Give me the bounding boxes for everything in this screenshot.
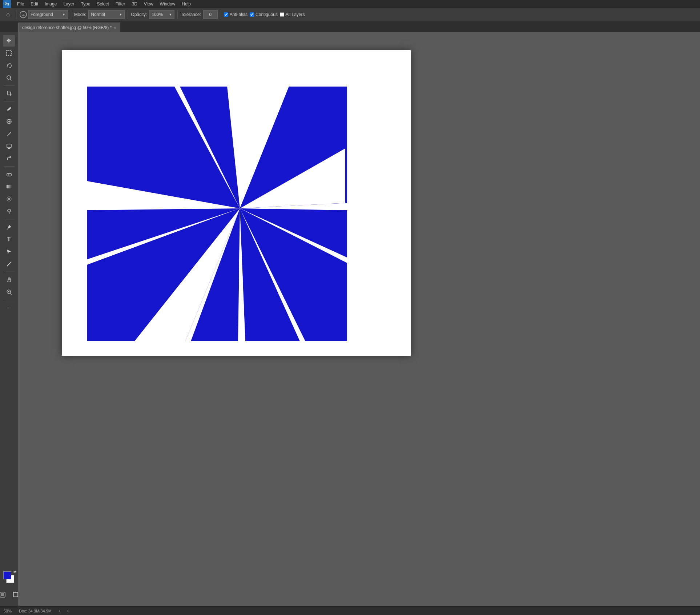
- line-icon: [6, 261, 12, 267]
- svg-point-8: [7, 135, 8, 136]
- document-tab[interactable]: design reference shatter.jpg @ 50% (RGB/…: [18, 23, 120, 32]
- svg-rect-1: [7, 51, 12, 56]
- contiguous-group: Contiguous: [250, 12, 278, 17]
- tab-close-button[interactable]: ×: [114, 25, 116, 30]
- toolbar-sep2: [71, 10, 71, 19]
- marquee-tool-button[interactable]: [3, 47, 15, 59]
- marquee-icon: [6, 50, 12, 56]
- mode-dropdown[interactable]: Normal ▼: [88, 10, 125, 19]
- svg-rect-13: [7, 185, 12, 188]
- mode-value: Normal: [91, 12, 105, 17]
- pen-icon: [6, 224, 12, 230]
- svg-rect-9: [7, 144, 11, 148]
- svg-line-3: [10, 79, 12, 80]
- quick-mask-button[interactable]: [0, 589, 8, 600]
- quick-mask-icon: [0, 591, 6, 598]
- quick-select-tool-button[interactable]: [3, 72, 15, 84]
- eyedropper-tool-button[interactable]: [3, 103, 15, 115]
- dodge-tool-button[interactable]: [3, 205, 15, 217]
- menu-layer[interactable]: Layer: [61, 1, 77, 7]
- tolerance-input[interactable]: [203, 10, 218, 19]
- zoom-tool-button[interactable]: [3, 286, 15, 298]
- main-area: ✥: [0, 32, 700, 606]
- menu-type[interactable]: Type: [78, 1, 93, 7]
- blur-tool-button[interactable]: [3, 193, 15, 205]
- path-select-button[interactable]: [3, 246, 15, 257]
- status-forward-arrow[interactable]: ›: [59, 609, 60, 613]
- svg-point-2: [7, 76, 11, 79]
- menu-help[interactable]: Help: [179, 1, 193, 7]
- brush-icon: [19, 11, 27, 19]
- tab-title: design reference shatter.jpg @ 50% (RGB/…: [22, 25, 112, 30]
- tool-sep2: [4, 101, 15, 101]
- menu-image[interactable]: Image: [42, 1, 59, 7]
- menu-window[interactable]: Window: [157, 1, 178, 7]
- anti-alias-label: Anti-alias: [230, 12, 248, 17]
- move-tool-button[interactable]: ✥: [3, 35, 15, 47]
- all-layers-label: All Layers: [286, 12, 305, 17]
- canvas-area[interactable]: [18, 32, 700, 606]
- type-tool-button[interactable]: T: [3, 233, 15, 245]
- toolbar-sep4: [177, 10, 178, 19]
- more-tools-icon: ···: [7, 306, 11, 310]
- lasso-tool-button[interactable]: [3, 60, 15, 71]
- more-tools-button[interactable]: ···: [3, 302, 15, 314]
- stamp-tool-button[interactable]: [3, 140, 15, 152]
- hand-tool-button[interactable]: [3, 274, 15, 285]
- crop-icon: [6, 90, 12, 97]
- shatter-artwork: [62, 50, 411, 356]
- status-bar: 50% Doc: 34.9M/34.9M › ‹: [0, 606, 700, 615]
- home-button[interactable]: ⌂: [3, 9, 13, 20]
- toolbar-sep3: [128, 10, 128, 19]
- menu-select[interactable]: Select: [94, 1, 111, 7]
- menu-filter[interactable]: Filter: [113, 1, 128, 7]
- foreground-dropdown-arrow: ▼: [62, 13, 65, 16]
- brush-preset-area[interactable]: Foreground ▼: [19, 10, 68, 19]
- gradient-tool-button[interactable]: [3, 181, 15, 192]
- left-toolbar: ✥: [0, 32, 18, 606]
- svg-line-21: [10, 293, 12, 295]
- eyedropper-icon: [6, 106, 12, 112]
- anti-alias-checkbox[interactable]: [224, 12, 228, 17]
- color-swatch-area: ⇄: [2, 570, 16, 588]
- options-toolbar: ⌂ Foreground ▼ Mode: Normal ▼ Opacity: 1…: [0, 8, 700, 21]
- svg-line-18: [7, 229, 8, 229]
- history-brush-button[interactable]: [3, 153, 15, 164]
- canvas-document: [62, 50, 411, 356]
- crop-tool-button[interactable]: [3, 88, 15, 99]
- ps-logo: Ps: [3, 0, 11, 8]
- pen-tool-button[interactable]: [3, 221, 15, 233]
- svg-rect-10: [8, 148, 10, 149]
- contiguous-checkbox[interactable]: [250, 12, 254, 17]
- all-layers-checkbox[interactable]: [280, 12, 284, 17]
- menu-bar: Ps File Edit Image Layer Type Select Fil…: [0, 0, 700, 8]
- all-layers-group: All Layers: [280, 12, 305, 17]
- tool-sep3: [4, 166, 15, 167]
- eraser-icon: [6, 171, 12, 177]
- opacity-dropdown[interactable]: 100% ▼: [149, 10, 174, 19]
- mode-dropdown-arrow: ▼: [119, 13, 122, 16]
- menu-view[interactable]: View: [141, 1, 156, 7]
- foreground-dropdown[interactable]: Foreground ▼: [28, 10, 68, 19]
- menu-3d[interactable]: 3D: [129, 1, 140, 7]
- menu-file[interactable]: File: [15, 1, 27, 7]
- line-tool-button[interactable]: [3, 258, 15, 270]
- foreground-color-swatch[interactable]: [3, 571, 11, 579]
- heal-icon: [6, 118, 12, 125]
- swap-colors-icon[interactable]: ⇄: [13, 570, 16, 574]
- brush-paint-icon: [6, 131, 12, 137]
- toolbar-sep5: [221, 10, 221, 19]
- menu-edit[interactable]: Edit: [28, 1, 41, 7]
- heal-tool-button[interactable]: [3, 116, 15, 127]
- tolerance-label: Tolerance:: [181, 12, 201, 17]
- eraser-tool-button[interactable]: [3, 168, 15, 180]
- path-select-icon: [6, 248, 12, 255]
- status-back-arrow[interactable]: ‹: [67, 609, 68, 613]
- svg-point-16: [8, 209, 11, 212]
- opacity-dropdown-arrow: ▼: [169, 13, 172, 16]
- svg-line-4: [7, 109, 8, 111]
- toolbar-separator: [16, 10, 16, 19]
- svg-rect-26: [13, 592, 18, 597]
- contiguous-label: Contiguous: [256, 12, 278, 17]
- brush-tool-button[interactable]: [3, 128, 15, 140]
